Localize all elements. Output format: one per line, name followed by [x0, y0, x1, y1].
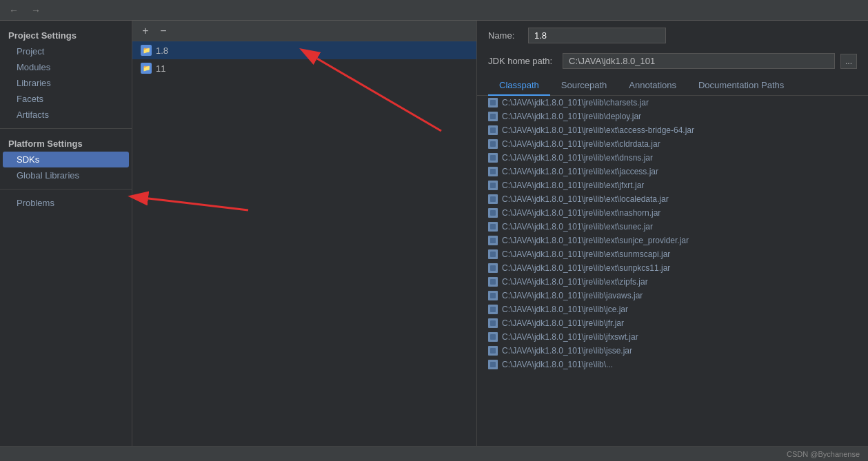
sidebar-item-global-libraries[interactable]: Global Libraries: [0, 167, 132, 183]
jar-item[interactable]: C:\JAVA\jdk1.8.0_101\jre\lib\ext\localed…: [477, 192, 868, 206]
tab-sourcepath[interactable]: Sourcepath: [550, 76, 618, 96]
forward-button[interactable]: →: [28, 3, 44, 17]
jar-item[interactable]: C:\JAVA\jdk1.8.0_101\jre\lib\jfxswt.jar: [477, 330, 868, 344]
jar-icon: [488, 277, 498, 287]
jdk-home-input[interactable]: [563, 53, 835, 69]
platform-settings-title: Platform Settings: [0, 134, 132, 152]
jar-item[interactable]: C:\JAVA\jdk1.8.0_101\jre\lib\ext\nashorn…: [477, 206, 868, 220]
sidebar-item-libraries[interactable]: Libraries: [0, 75, 132, 91]
jar-icon: [488, 346, 498, 356]
sdk-folder-icon-11: 📁: [141, 63, 152, 74]
jar-icon: [488, 305, 498, 314]
jar-item[interactable]: C:\JAVA\jdk1.8.0_101\jre\lib\jsse.jar: [477, 344, 868, 358]
jar-item[interactable]: C:\JAVA\jdk1.8.0_101\jre\lib\ext\jaccess…: [477, 165, 868, 178]
back-button[interactable]: ←: [6, 3, 22, 17]
jar-item[interactable]: C:\JAVA\jdk1.8.0_101\jre\lib\javaws.jar: [477, 289, 868, 303]
jar-item[interactable]: C:\JAVA\jdk1.8.0_101\jre\lib\ext\access-…: [477, 123, 868, 137]
jdk-home-label: JDK home path:: [488, 56, 557, 66]
sidebar-item-modules[interactable]: Modules: [0, 59, 132, 75]
jar-icon: [488, 263, 498, 273]
jar-item[interactable]: C:\JAVA\jdk1.8.0_101\jre\lib\ext\jfxrt.j…: [477, 178, 868, 192]
middle-toolbar: + −: [132, 21, 476, 41]
jar-icon: [488, 125, 498, 135]
remove-sdk-button[interactable]: −: [156, 23, 171, 39]
jar-icon: [488, 332, 498, 342]
jar-item[interactable]: C:\JAVA\jdk1.8.0_101\jre\lib\ext\sunpkcs…: [477, 261, 868, 275]
jar-icon: [488, 236, 498, 245]
jar-icon: [488, 318, 498, 328]
jar-icon: [488, 249, 498, 259]
add-sdk-button[interactable]: +: [138, 23, 153, 39]
jar-item[interactable]: C:\JAVA\jdk1.8.0_101\jre\lib\ext\sunmsca…: [477, 247, 868, 261]
sdk-item-label: 1.8: [156, 45, 168, 56]
jar-icon: [488, 208, 498, 218]
jar-item[interactable]: C:\JAVA\jdk1.8.0_101\jre\lib\ext\zipfs.j…: [477, 275, 868, 289]
sdk-item-11[interactable]: 📁 11: [132, 59, 476, 77]
jar-item[interactable]: C:\JAVA\jdk1.8.0_101\jre\lib\ext\sunec.j…: [477, 220, 868, 234]
name-input[interactable]: [528, 28, 666, 43]
tab-documentation-paths[interactable]: Documentation Paths: [687, 76, 795, 96]
jar-icon: [488, 194, 498, 204]
right-panel: Name: JDK home path: ... Classpath Sourc…: [477, 21, 868, 446]
jar-icon: [488, 360, 498, 369]
jar-icon: [488, 98, 498, 107]
jar-item[interactable]: C:\JAVA\jdk1.8.0_101\jre\lib\deploy.jar: [477, 110, 868, 123]
sidebar-item-artifacts[interactable]: Artifacts: [0, 107, 132, 123]
jar-item[interactable]: C:\JAVA\jdk1.8.0_101\jre\lib\jfr.jar: [477, 316, 868, 330]
jar-item[interactable]: C:\JAVA\jdk1.8.0_101\jre\lib\charsets.ja…: [477, 96, 868, 110]
name-label: Name:: [488, 30, 523, 41]
jar-icon: [488, 153, 498, 163]
jar-icon: [488, 139, 498, 149]
jar-icon: [488, 181, 498, 190]
jar-icon: [488, 222, 498, 232]
jar-item[interactable]: C:\JAVA\jdk1.8.0_101\jre\lib\ext\cldrdat…: [477, 137, 868, 151]
jdk-home-row: JDK home path: ...: [477, 50, 868, 76]
sidebar-item-facets[interactable]: Facets: [0, 91, 132, 107]
status-bar: CSDN @Bychanense: [0, 446, 868, 461]
tab-classpath[interactable]: Classpath: [488, 76, 550, 96]
jar-item[interactable]: C:\JAVA\jdk1.8.0_101\jre\lib\ext\sunjce_…: [477, 234, 868, 247]
jar-icon: [488, 167, 498, 176]
jar-item[interactable]: C:\JAVA\jdk1.8.0_101\jre\lib\ext\dnsns.j…: [477, 151, 868, 165]
top-bar: ← →: [0, 0, 868, 21]
sidebar-item-sdks[interactable]: SDKs: [3, 152, 129, 167]
jar-item[interactable]: C:\JAVA\jdk1.8.0_101\jre\lib\jce.jar: [477, 303, 868, 316]
jar-icon: [488, 112, 498, 121]
sidebar: Project Settings Project Modules Librari…: [0, 21, 132, 446]
project-settings-title: Project Settings: [0, 26, 132, 43]
sidebar-item-problems[interactable]: Problems: [0, 195, 132, 211]
tabs-row: Classpath Sourcepath Annotations Documen…: [477, 76, 868, 96]
tab-annotations[interactable]: Annotations: [618, 76, 687, 96]
jar-list: C:\JAVA\jdk1.8.0_101\jre\lib\charsets.ja…: [477, 96, 868, 446]
sidebar-divider-2: [0, 189, 132, 189]
status-text: CSDN @Bychanense: [787, 450, 860, 458]
sdk-list: 📁 1.8 📁 11: [132, 41, 476, 446]
sdk-item-label-11: 11: [156, 63, 165, 74]
name-row: Name:: [477, 21, 868, 50]
middle-panel: + − 📁 1.8 📁 11: [132, 21, 477, 446]
sdk-item-1-8[interactable]: 📁 1.8: [132, 41, 476, 59]
jar-icon: [488, 291, 498, 300]
sdk-folder-icon: 📁: [141, 45, 152, 56]
jar-item[interactable]: C:\JAVA\jdk1.8.0_101\jre\lib\...: [477, 358, 868, 371]
sidebar-divider: [0, 128, 132, 129]
sidebar-item-project[interactable]: Project: [0, 43, 132, 59]
jdk-browse-button[interactable]: ...: [840, 54, 857, 69]
